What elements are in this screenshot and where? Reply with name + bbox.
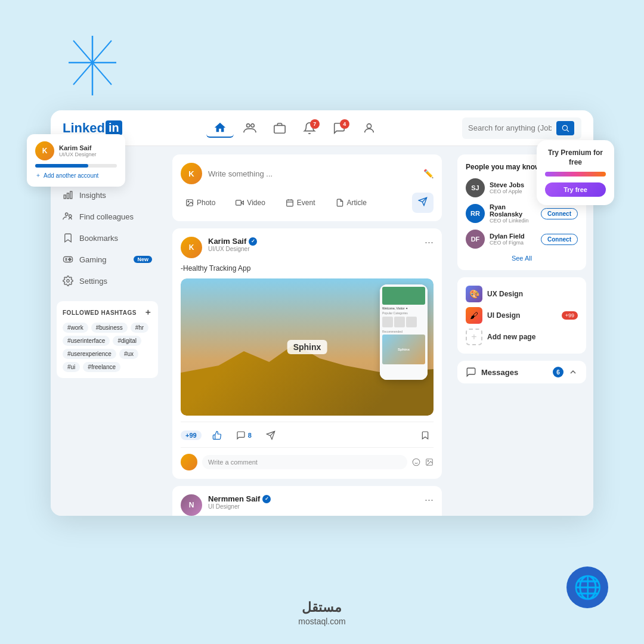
sidebar-item-settings[interactable]: Settings xyxy=(57,270,158,292)
author-name-2: Nermmen Saif xyxy=(208,494,260,503)
premium-banner: Try Premium for free Try free xyxy=(537,140,614,205)
person-avatar-roslansky: RR xyxy=(466,204,485,223)
page-icon-ui: 🖌 xyxy=(466,307,482,324)
navbar: Linked in 7 4 xyxy=(51,110,593,146)
comment-btn-1[interactable]: 8 xyxy=(233,428,255,442)
sidebar-label-bookmarks: Bookmarks xyxy=(79,234,118,243)
try-free-button[interactable]: Try free xyxy=(545,182,606,197)
hashtag-business[interactable]: #business xyxy=(91,323,128,333)
video-action[interactable]: Video xyxy=(231,196,270,209)
svg-rect-14 xyxy=(70,191,72,199)
post-composer: K ✏️ Photo Video Event xyxy=(172,154,442,221)
post-more-1[interactable]: ··· xyxy=(425,237,434,247)
event-action[interactable]: Event xyxy=(281,196,320,209)
post-header-1: K Karim Saif ✓ UI/UX Designer ··· xyxy=(181,237,434,258)
browser-window: Linked in 7 4 xyxy=(51,110,593,516)
profile-title: UI/UX Designer xyxy=(59,151,97,157)
post-role-1: UI/UX Designer xyxy=(208,246,425,252)
messages-bar[interactable]: Messages 6 xyxy=(457,361,586,383)
post-meta-1: Karim Saif ✓ UI/UX Designer xyxy=(208,237,425,252)
share-btn-1[interactable] xyxy=(262,428,279,442)
send-action[interactable] xyxy=(412,193,434,213)
pages-card: 🎨 UX Design 🖌 UI Design +99 + Add new pa… xyxy=(457,277,586,354)
person-avatar-jobs: SJ xyxy=(466,178,485,197)
search-button[interactable] xyxy=(556,121,574,135)
hashtag-userinterface[interactable]: #userinterface xyxy=(63,336,110,346)
svg-point-26 xyxy=(67,280,70,283)
svg-point-28 xyxy=(188,201,189,202)
video-label: Video xyxy=(247,199,265,207)
composer-actions: Photo Video Event Article xyxy=(181,193,434,213)
messages-title: Messages xyxy=(481,368,548,377)
profile-avatar: K xyxy=(35,141,54,160)
sidebar-label-gaming: Gaming xyxy=(79,255,107,264)
add-account-link[interactable]: ＋ Add another account xyxy=(35,171,117,179)
sidebar-item-bookmarks[interactable]: Bookmarks xyxy=(57,227,158,249)
connect-btn-field[interactable]: Connect xyxy=(541,234,578,245)
post-more-2[interactable]: ··· xyxy=(425,494,434,505)
sidebar-item-insights[interactable]: Insights xyxy=(57,184,158,206)
nav-jobs[interactable] xyxy=(266,119,293,137)
sidebar-item-find-colleagues[interactable]: Find colleagues xyxy=(57,206,158,227)
chevron-up-icon[interactable] xyxy=(568,367,578,377)
hashtag-ux[interactable]: #ux xyxy=(119,349,138,359)
left-sidebar: Learning Insights Find colleagues Bookma… xyxy=(51,146,164,516)
watermark-url: mostaql.com xyxy=(298,617,345,626)
nav-notifications[interactable]: 7 xyxy=(296,119,323,137)
nav-messaging[interactable]: 4 xyxy=(326,119,353,137)
svg-point-15 xyxy=(66,213,69,216)
emoji-icon xyxy=(412,458,420,466)
image-comment-icon xyxy=(425,458,434,466)
page-name-ui: UI Design xyxy=(487,311,557,320)
nav-profile[interactable] xyxy=(355,119,383,137)
person-item-field: DF Dylan Field CEO of Figma Connect xyxy=(466,230,578,249)
svg-rect-31 xyxy=(287,200,293,206)
post-image-placeholder-1: Sphinx Welcome, Visitor ✦ Popular Catego… xyxy=(181,278,434,416)
person-role-roslansky: CEO of Linkedin xyxy=(490,218,536,224)
search-input[interactable] xyxy=(468,123,552,132)
add-page-item[interactable]: + Add new page xyxy=(466,329,578,345)
page-item-ux[interactable]: 🎨 UX Design xyxy=(466,286,578,302)
svg-rect-12 xyxy=(64,195,66,199)
see-all-link[interactable]: See All xyxy=(466,255,578,262)
photo-action[interactable]: Photo xyxy=(181,196,220,209)
article-action[interactable]: Article xyxy=(331,196,371,209)
hashtag-hr[interactable]: #hr xyxy=(131,323,148,333)
photo-label: Photo xyxy=(197,199,215,207)
post-meta-2: Nermmen Saif ✓ UI Designer xyxy=(208,494,425,510)
page-icon-ux: 🎨 xyxy=(466,286,482,302)
sidebar-label-find-colleagues: Find colleagues xyxy=(79,212,134,221)
hashtag-work[interactable]: #work xyxy=(63,323,88,333)
svg-line-9 xyxy=(567,129,569,131)
sidebar-item-gaming[interactable]: Gaming New xyxy=(57,249,158,270)
connect-btn-roslansky[interactable]: Connect xyxy=(541,208,578,219)
post-author-2: Nermmen Saif ✓ xyxy=(208,494,425,503)
comment-count: 8 xyxy=(248,432,252,439)
comment-field-1[interactable]: Write a comment xyxy=(202,455,407,469)
post-card-2: N Nermmen Saif ✓ UI Designer ··· -Photo … xyxy=(172,486,442,516)
nav-home[interactable] xyxy=(206,119,234,138)
hashtag-ui[interactable]: #ui xyxy=(63,362,80,372)
bookmark-btn-1[interactable] xyxy=(417,428,434,442)
nav-network[interactable] xyxy=(236,119,264,137)
logo-text: Linked xyxy=(63,120,105,136)
composer-avatar: K xyxy=(181,163,202,184)
hashtag-digital[interactable]: #digital xyxy=(113,336,141,346)
search-bar xyxy=(462,117,581,139)
post-image-1: Sphinx Welcome, Visitor ✦ Popular Catego… xyxy=(181,278,434,416)
center-feed: K ✏️ Photo Video Event xyxy=(164,146,450,516)
notifications-badge: 7 xyxy=(310,119,320,129)
svg-point-7 xyxy=(367,123,371,128)
hashtag-userexperience[interactable]: #userexperience xyxy=(63,349,116,359)
like-btn-1[interactable] xyxy=(209,428,225,442)
post-avatar-1: K xyxy=(181,237,202,258)
gaming-new-badge: New xyxy=(134,256,152,263)
premium-gradient-bar xyxy=(545,172,606,177)
add-hashtag-icon[interactable]: ＋ xyxy=(144,307,153,318)
post-card-1: K Karim Saif ✓ UI/UX Designer ··· -Healt… xyxy=(172,228,442,479)
person-name-jobs: Steve Jobs xyxy=(490,181,536,188)
person-name-roslansky: Ryan Roslansky xyxy=(490,203,536,218)
page-item-ui[interactable]: 🖌 UI Design +99 xyxy=(466,307,578,324)
composer-input[interactable] xyxy=(208,169,417,178)
hashtag-freelance[interactable]: #freelance xyxy=(83,362,120,372)
